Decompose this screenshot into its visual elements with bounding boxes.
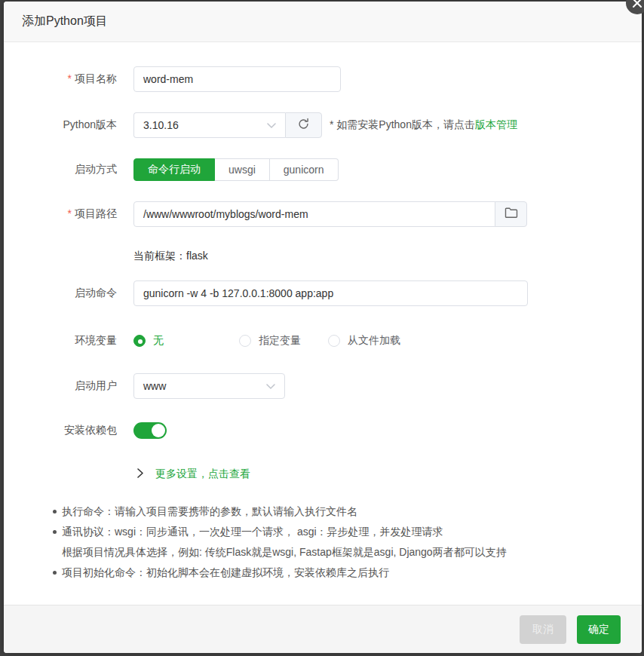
mode-option-gunicorn[interactable]: gunicorn [270,158,339,181]
env-radio-specify[interactable]: 指定变量 [239,334,301,348]
mode-option-cli[interactable]: 命令行启动 [133,158,215,181]
run-user-value: www [143,380,166,392]
note-item: 通讯协议：wsgi：同步通讯，一次处理一个请求， asgi：异步处理，并发处理请… [53,522,624,542]
run-user-row: 启动用户 www [4,373,642,399]
env-vars-label: 环境变量 [4,334,117,348]
chevron-down-icon [266,380,275,392]
python-version-select[interactable]: 3.10.16 [133,112,285,138]
radio-icon [328,335,340,347]
version-hint: * 如需安装Python版本，请点击版本管理 [330,118,517,132]
python-version-value: 3.10.16 [143,119,179,131]
refresh-versions-button[interactable] [285,112,322,138]
chevron-down-icon [267,119,276,131]
env-radio-none[interactable]: 无 [133,334,164,348]
project-name-input[interactable] [133,66,341,92]
project-path-input[interactable] [133,201,495,227]
project-path-row: *项目路径 [4,201,642,227]
env-radio-from-file[interactable]: 从文件加载 [328,334,400,348]
launch-command-input[interactable] [133,280,528,306]
python-version-row: Python版本 3.10.16 * 如需安装Python [4,112,642,138]
dialog-body: *项目名称 Python版本 3.10.16 [4,42,642,583]
note-item-continuation: 根据项目情况具体选择，例如: 传统Flask就是wsgi, Fastap框架就是… [53,542,624,563]
env-vars-row: 环境变量 无 指定变量 从文件加载 [4,334,642,348]
dialog-footer: 取消 确定 [4,605,642,653]
more-settings-label: 更多设置，点击查看 [155,467,250,481]
project-path-label: *项目路径 [4,207,117,221]
run-user-label: 启动用户 [4,379,117,393]
run-user-select[interactable]: www [133,373,285,399]
version-manage-link[interactable]: 版本管理 [475,118,517,130]
dialog-title: 添加Python项目 [22,14,108,29]
close-icon [633,0,642,8]
project-name-row: *项目名称 [4,66,642,92]
chevron-right-icon [137,467,143,481]
more-settings-toggle[interactable]: 更多设置，点击查看 [137,467,642,481]
note-item: 项目初始化命令：初始化脚本会在创建虚拟环境，安装依赖库之后执行 [53,563,624,583]
note-item: 执行命令：请输入项目需要携带的参数，默认请输入执行文件名 [53,501,624,522]
notes-list: 执行命令：请输入项目需要携带的参数，默认请输入执行文件名 通讯协议：wsgi：同… [4,501,642,583]
add-python-project-dialog: 添加Python项目 *项目名称 Python版本 3.10.16 [4,2,642,653]
dialog-header: 添加Python项目 [4,2,642,42]
radio-icon [133,335,146,347]
confirm-button[interactable]: 确定 [577,615,621,644]
radio-icon [239,335,251,347]
required-asterisk: * [68,207,72,219]
launch-command-row: 启动命令 [4,280,642,306]
folder-icon [504,207,518,222]
cancel-button[interactable]: 取消 [520,615,566,644]
launch-command-label: 启动命令 [4,287,117,300]
framework-note: 当前框架：flask [133,248,642,263]
refresh-icon [297,118,310,133]
launch-mode-label: 启动方式 [4,163,117,176]
browse-folder-button[interactable] [495,201,527,227]
project-name-label: *项目名称 [4,72,117,86]
python-version-label: Python版本 [4,118,117,132]
launch-mode-row: 启动方式 命令行启动 uwsgi gunicorn [4,158,642,181]
mode-option-uwsgi[interactable]: uwsgi [215,158,270,181]
install-deps-label: 安装依赖包 [4,424,117,437]
install-deps-row: 安装依赖包 [4,422,642,439]
required-asterisk: * [68,72,72,84]
launch-mode-segmented: 命令行启动 uwsgi gunicorn [133,158,339,181]
toggle-knob [152,424,165,437]
install-deps-toggle[interactable] [133,422,167,439]
